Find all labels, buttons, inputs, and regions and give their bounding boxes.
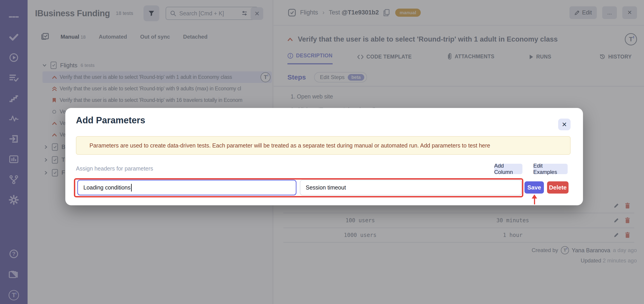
parameter-header-input-1[interactable]: Loading conditions	[77, 180, 296, 195]
parameter-header-input-2[interactable]: Session timeout	[300, 180, 522, 195]
save-button[interactable]: Save	[524, 181, 544, 194]
edit-examples-button[interactable]: Edit Examples	[533, 164, 568, 174]
close-icon: ✕	[562, 121, 567, 128]
text-cursor	[131, 184, 132, 192]
app-root: ? T IBusiness Funding 18 tests Search [C…	[0, 0, 644, 304]
annotation-arrow	[530, 194, 539, 204]
info-banner: Parameters are used to create data-drive…	[76, 136, 570, 155]
add-parameters-modal: Add Parameters ✕ Parameters are used to …	[65, 108, 583, 205]
modal-close-button[interactable]: ✕	[558, 119, 570, 130]
modal-title: Add Parameters	[76, 115, 145, 125]
add-column-button[interactable]: Add Column	[494, 164, 522, 174]
assign-headers-label: Assign headers for parameters	[76, 165, 153, 172]
delete-button[interactable]: Delete	[547, 181, 568, 194]
